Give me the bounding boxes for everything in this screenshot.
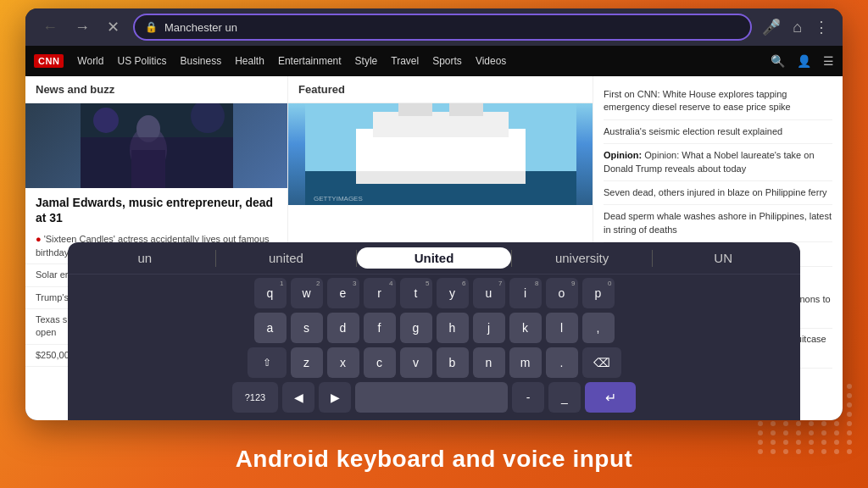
autocomplete-un[interactable]: un (75, 247, 215, 269)
svg-rect-4 (81, 137, 233, 188)
nav-travel[interactable]: Travel (391, 55, 419, 67)
svg-rect-10 (373, 112, 509, 137)
search-icon[interactable]: 🔍 (771, 54, 785, 68)
featured-header: Featured (288, 76, 593, 103)
news-buzz-header: News and buzz (25, 76, 287, 103)
right-news-1[interactable]: Australia's seismic election result expl… (604, 120, 832, 144)
underscore-key[interactable]: _ (548, 382, 581, 413)
key-j[interactable]: j (473, 313, 505, 343)
key-b[interactable]: b (437, 347, 469, 378)
cnn-nav-right: 🔍 👤 ☰ (771, 54, 834, 68)
key-9[interactable]: 9o (546, 278, 578, 308)
keyboard-rows: 1q 2w 3e 4r 5t 6y 7u 8i 9o 0p a s d f g … (68, 274, 800, 420)
shift-key[interactable]: ⇧ (248, 347, 287, 378)
nav-uspolitics[interactable]: US Politics (117, 55, 166, 67)
autocomplete-un-caps[interactable]: UN (653, 247, 793, 269)
key-n[interactable]: n (473, 347, 505, 378)
key-z[interactable]: z (291, 347, 323, 378)
nav-videos[interactable]: Videos (476, 55, 506, 67)
key-d[interactable]: d (327, 313, 359, 343)
key-period[interactable]: . (546, 347, 578, 378)
article-image-placeholder (25, 103, 287, 188)
account-icon[interactable]: 👤 (797, 54, 811, 68)
right-news-4[interactable]: Dead sperm whale washes ashore in Philip… (604, 205, 832, 242)
browser-actions: 🎤 ⌂ ⋮ (762, 18, 829, 36)
bottom-label: Android keyboard and voice input (0, 446, 868, 473)
key-3[interactable]: 3e (327, 278, 359, 308)
main-article-image (25, 103, 287, 188)
right-news-2[interactable]: Opinion: Opinion: What a Nobel laureate'… (604, 144, 832, 181)
enter-key[interactable]: ↵ (585, 382, 636, 413)
key-s[interactable]: s (291, 313, 323, 343)
nav-business[interactable]: Business (180, 55, 221, 67)
key-v[interactable]: v (400, 347, 432, 378)
key-a[interactable]: a (254, 313, 287, 343)
autocomplete-united[interactable]: United (357, 247, 511, 269)
autocomplete-united-lower[interactable]: united (216, 247, 357, 269)
key-l[interactable]: l (546, 313, 578, 343)
featured-image: GETTYIMAGES (288, 103, 593, 205)
close-button[interactable]: ✕ (103, 16, 123, 38)
key-x[interactable]: x (327, 347, 359, 378)
key-1[interactable]: 1q (254, 278, 287, 308)
row-3: ⇧ z x c v b n m . ⌫ (73, 347, 795, 378)
key-4[interactable]: 4r (364, 278, 396, 308)
number-row: 1q 2w 3e 4r 5t 6y 7u 8i 9o 0p (73, 278, 795, 308)
key-5[interactable]: 5t (400, 278, 432, 308)
right-news-0[interactable]: First on CNN: White House explores tappi… (604, 83, 832, 120)
dash-key[interactable]: - (512, 382, 544, 413)
ship-image: GETTYIMAGES (288, 103, 593, 205)
keyboard-overlay: un united United university UN 1q 2w 3e … (68, 242, 800, 420)
lock-icon: 🔒 (145, 21, 158, 33)
address-text: Manchester un (164, 21, 740, 34)
svg-rect-13 (356, 171, 526, 184)
key-g[interactable]: g (400, 313, 432, 343)
space-key[interactable] (355, 382, 508, 413)
cnn-logo: CNN (34, 54, 64, 68)
autocomplete-bar: un united United university UN (68, 242, 800, 274)
key-k[interactable]: k (509, 313, 542, 343)
key-0[interactable]: 0p (582, 278, 615, 308)
autocomplete-university[interactable]: university (512, 247, 653, 269)
svg-text:GETTYIMAGES: GETTYIMAGES (314, 195, 363, 202)
nav-world[interactable]: World (77, 55, 103, 67)
nav-health[interactable]: Health (235, 55, 264, 67)
hamburger-icon[interactable]: ☰ (823, 54, 834, 68)
right-news-3[interactable]: Seven dead, others injured in blaze on P… (604, 181, 832, 205)
main-article-title[interactable]: Jamal Edwards, music entrepreneur, dead … (25, 188, 287, 229)
nav-sports[interactable]: Sports (432, 55, 462, 67)
back-button[interactable]: ← (39, 16, 61, 38)
key-m[interactable]: m (509, 347, 542, 378)
row-2: a s d f g h j k l , (73, 313, 795, 343)
row-4: ?123 ◀ ▶ - _ ↵ (73, 382, 795, 413)
key-2[interactable]: 2w (291, 278, 323, 308)
svg-rect-11 (398, 103, 432, 116)
nav-entertainment[interactable]: Entertainment (278, 55, 342, 67)
browser-window: ← → ✕ 🔒 Manchester un 🎤 ⌂ ⋮ CNN World US… (25, 8, 843, 420)
browser-chrome: ← → ✕ 🔒 Manchester un 🎤 ⌂ ⋮ (25, 8, 843, 46)
key-h[interactable]: h (437, 313, 469, 343)
home-button[interactable]: ⌂ (793, 19, 802, 36)
key-8[interactable]: 8i (509, 278, 542, 308)
menu-button[interactable]: ⋮ (814, 18, 829, 36)
key-c[interactable]: c (364, 347, 396, 378)
cnn-navbar: CNN World US Politics Business Health En… (25, 46, 843, 76)
forward-button[interactable]: → (71, 16, 93, 38)
right-arrow-key[interactable]: ▶ (319, 382, 351, 413)
address-bar[interactable]: 🔒 Manchester un (133, 14, 752, 41)
key-f[interactable]: f (364, 313, 396, 343)
backspace-key[interactable]: ⌫ (582, 347, 621, 378)
key-7[interactable]: 7u (473, 278, 505, 308)
num-switch-key[interactable]: ?123 (232, 382, 278, 413)
key-6[interactable]: 6y (437, 278, 469, 308)
microphone-button[interactable]: 🎤 (762, 18, 781, 36)
svg-point-5 (93, 108, 119, 133)
nav-style[interactable]: Style (355, 55, 378, 67)
key-comma[interactable]: , (582, 313, 615, 343)
left-arrow-key[interactable]: ◀ (282, 382, 314, 413)
svg-rect-12 (449, 103, 483, 116)
